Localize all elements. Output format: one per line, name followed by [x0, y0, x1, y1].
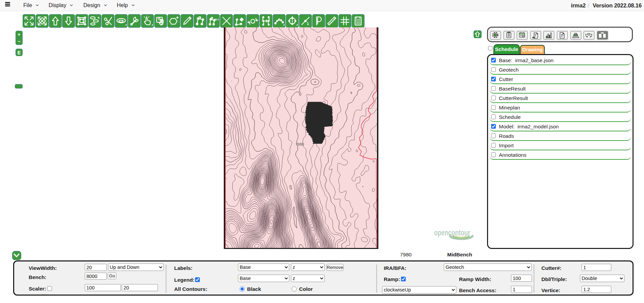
- svg-text:ALL: ALL: [215, 18, 219, 21]
- svg-text:1: 1: [307, 22, 309, 26]
- svg-text:7980: 7980: [295, 142, 304, 146]
- svg-text:opencontour: opencontour: [434, 228, 470, 237]
